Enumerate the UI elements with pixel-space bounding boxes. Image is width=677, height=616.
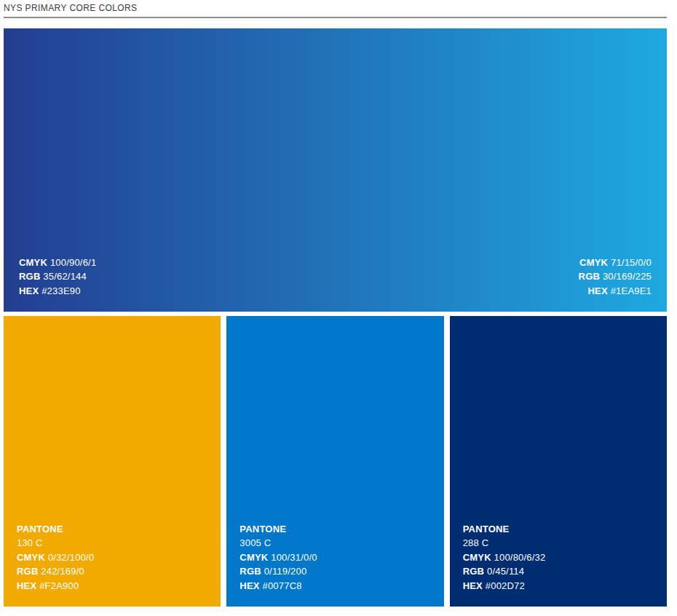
pantone-label: PANTONE <box>239 524 286 534</box>
rgb-spec: RGB 0/45/114 <box>463 564 546 578</box>
rgb-label: RGB <box>579 271 601 282</box>
hex-label: HEX <box>17 580 36 591</box>
gradient-swatch: CMYK 100/90/6/1 RGB 35/62/144 HEX #233E9… <box>4 28 667 312</box>
cmyk-value: 0/32/100/0 <box>48 552 94 563</box>
color-palette-page: NYS PRIMARY CORE COLORS CMYK 100/90/6/1 … <box>0 0 677 616</box>
cmyk-label: CMYK <box>463 552 491 563</box>
cmyk-label: CMYK <box>17 552 45 563</box>
pantone-number: 130 C <box>17 536 94 550</box>
gradient-start-specs: CMYK 100/90/6/1 RGB 35/62/144 HEX #233E9… <box>19 256 96 298</box>
page-title: NYS PRIMARY CORE COLORS <box>4 3 667 13</box>
cmyk-spec: CMYK 0/32/100/0 <box>17 550 94 564</box>
cmyk-value: 100/90/6/1 <box>50 257 96 268</box>
rgb-value: 0/45/114 <box>487 566 524 577</box>
swatch-specs: PANTONE 3005 C CMYK 100/31/0/0 RGB 0/119… <box>239 522 317 593</box>
pantone-value: 130 C <box>17 537 43 548</box>
swatch-pantone-288c: PANTONE 288 C CMYK 100/80/6/32 RGB 0/45/… <box>450 316 667 607</box>
pantone-number: 288 C <box>463 536 546 550</box>
pantone-spec: PANTONE <box>17 522 94 536</box>
cmyk-value: 100/31/0/0 <box>271 552 317 563</box>
cmyk-value: 100/80/6/32 <box>494 552 546 563</box>
swatch-pantone-130c: PANTONE 130 C CMYK 0/32/100/0 RGB 242/16… <box>4 316 221 607</box>
hex-label: HEX <box>239 580 259 591</box>
cmyk-spec: CMYK 100/80/6/32 <box>463 550 546 564</box>
cmyk-spec: CMYK 100/90/6/1 <box>19 256 96 269</box>
rgb-value: 30/169/225 <box>603 271 652 282</box>
hex-value: #F2A900 <box>39 580 79 591</box>
pantone-label: PANTONE <box>17 524 63 534</box>
hex-value: #0077C8 <box>262 580 301 591</box>
swatch-pantone-3005c: PANTONE 3005 C CMYK 100/31/0/0 RGB 0/119… <box>226 316 443 607</box>
pantone-label: PANTONE <box>463 524 510 534</box>
cmyk-label: CMYK <box>579 257 608 268</box>
cmyk-spec: CMYK 71/15/0/0 <box>579 256 652 269</box>
rgb-label: RGB <box>239 566 261 577</box>
hex-spec: HEX #0077C8 <box>239 579 317 593</box>
hex-label: HEX <box>588 285 608 296</box>
hex-spec: HEX #1EA9E1 <box>579 284 652 298</box>
pantone-value: 288 C <box>463 537 489 548</box>
rgb-spec: RGB 242/169/0 <box>17 564 94 578</box>
rgb-spec: RGB 30/169/225 <box>579 269 652 283</box>
swatch-specs: PANTONE 288 C CMYK 100/80/6/32 RGB 0/45/… <box>463 522 546 593</box>
hex-spec: HEX #233E90 <box>19 284 96 298</box>
pantone-swatch-row: PANTONE 130 C CMYK 0/32/100/0 RGB 242/16… <box>4 316 667 607</box>
rgb-label: RGB <box>19 271 41 282</box>
rgb-label: RGB <box>17 566 39 577</box>
section-header: NYS PRIMARY CORE COLORS <box>4 3 667 18</box>
cmyk-label: CMYK <box>19 257 47 268</box>
hex-spec: HEX #002D72 <box>463 579 546 593</box>
pantone-value: 3005 C <box>239 537 271 548</box>
pantone-spec: PANTONE <box>239 522 317 536</box>
hex-value: #233E90 <box>41 285 80 296</box>
cmyk-label: CMYK <box>239 552 268 563</box>
pantone-number: 3005 C <box>239 536 317 550</box>
pantone-spec: PANTONE <box>463 522 546 536</box>
rgb-spec: RGB 35/62/144 <box>19 269 96 283</box>
gradient-end-specs: CMYK 71/15/0/0 RGB 30/169/225 HEX #1EA9E… <box>579 256 652 298</box>
cmyk-spec: CMYK 100/31/0/0 <box>239 550 317 564</box>
rgb-value: 242/169/0 <box>41 566 84 577</box>
hex-value: #002D72 <box>486 580 525 591</box>
cmyk-value: 71/15/0/0 <box>611 257 652 268</box>
rgb-label: RGB <box>463 566 485 577</box>
hex-label: HEX <box>19 285 39 296</box>
hex-value: #1EA9E1 <box>611 285 652 296</box>
rgb-spec: RGB 0/119/200 <box>239 564 317 578</box>
rgb-value: 35/62/144 <box>43 271 87 282</box>
hex-label: HEX <box>463 580 483 591</box>
rgb-value: 0/119/200 <box>264 566 307 577</box>
swatch-specs: PANTONE 130 C CMYK 0/32/100/0 RGB 242/16… <box>17 522 94 593</box>
hex-spec: HEX #F2A900 <box>17 579 94 593</box>
